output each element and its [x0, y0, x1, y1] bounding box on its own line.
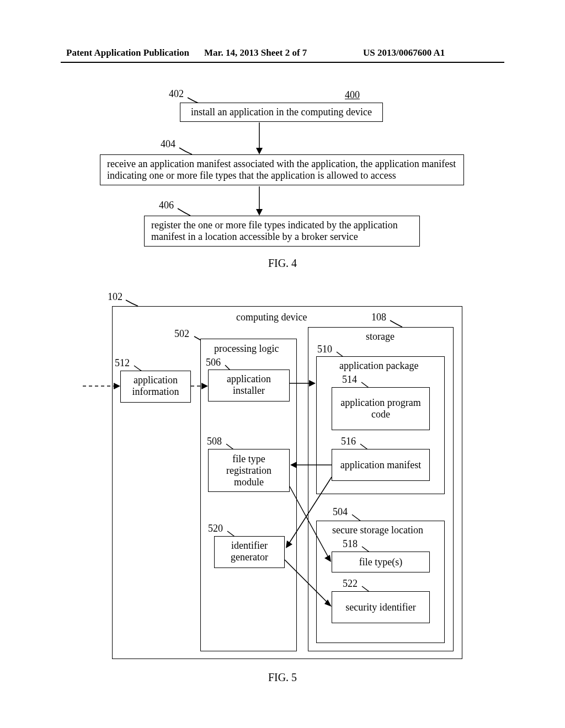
fig5-label: FIG. 5: [0, 671, 565, 684]
arrow-id-generator-to-security-id: [0, 0, 565, 728]
svg-line-16: [285, 560, 329, 604]
